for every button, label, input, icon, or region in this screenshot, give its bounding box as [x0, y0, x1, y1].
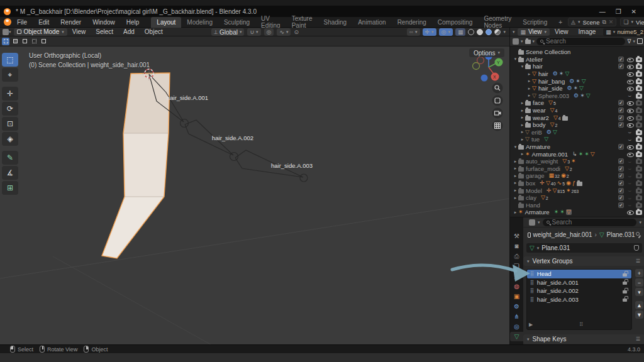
expander-icon[interactable]: ▸: [513, 159, 518, 164]
workspace-tab-animation[interactable]: Animation: [352, 17, 391, 28]
expander-icon[interactable]: ▸: [526, 79, 532, 84]
outliner-row[interactable]: ▸▽hair⚙✶▽: [510, 70, 644, 78]
render-camera-icon[interactable]: [636, 203, 642, 208]
render-camera-icon[interactable]: [636, 145, 642, 150]
minimize-button[interactable]: —: [599, 8, 606, 15]
expander-icon[interactable]: ▸: [519, 151, 525, 156]
render-camera-icon[interactable]: [636, 130, 642, 135]
render-checkbox[interactable]: ✓: [618, 195, 624, 200]
render-camera-icon[interactable]: [636, 86, 642, 91]
falloff-dropdown[interactable]: ∿▾: [277, 28, 291, 36]
render-camera-icon[interactable]: [636, 72, 642, 77]
render-camera-icon[interactable]: [636, 167, 642, 172]
shape-keys-panel-header[interactable]: ▾ Shape Keys ☰: [523, 334, 644, 344]
expander-icon[interactable]: ▾: [519, 64, 525, 69]
breadcrumb-object[interactable]: weight_side_hair.001: [533, 231, 592, 238]
expander-icon[interactable]: ▸: [513, 210, 518, 215]
visibility-eye-closed-icon[interactable]: ⌣: [626, 180, 633, 186]
properties-tab-output[interactable]: ⎙: [510, 251, 523, 261]
shading-wireframe-button[interactable]: [468, 29, 474, 35]
xray-toggle[interactable]: ▦: [455, 28, 466, 36]
move-tool-button[interactable]: ✛: [2, 87, 18, 101]
workspace-tab-geometry-nodes[interactable]: Geometry Nodes: [478, 17, 517, 28]
outliner-display-mode-icon[interactable]: [525, 40, 531, 44]
menu-help[interactable]: Help: [121, 19, 145, 26]
properties-editor-icon[interactable]: [529, 219, 535, 226]
visibility-eye-icon[interactable]: [626, 122, 633, 128]
properties-tab-object[interactable]: ▣: [510, 292, 523, 301]
viewport-3d[interactable]: hair_side.A.001 hair_side.A.002 hair_sid…: [0, 36, 509, 344]
outliner-row[interactable]: ▸body▽2✓: [510, 121, 644, 129]
lock-open-icon[interactable]: [623, 271, 628, 277]
select-box-tool-button[interactable]: ⬚: [2, 53, 18, 67]
proportional-editing-toggle[interactable]: ◎: [264, 28, 274, 36]
lock-open-icon[interactable]: [623, 288, 628, 294]
outliner-row[interactable]: ▾Atelier✓: [510, 56, 644, 63]
workspace-tab-compositing[interactable]: Compositing: [432, 17, 479, 28]
render-camera-icon[interactable]: [636, 101, 642, 106]
image-menu-view[interactable]: View: [550, 28, 574, 35]
render-camera-icon[interactable]: [636, 137, 642, 142]
render-checkbox[interactable]: ✓: [618, 202, 624, 208]
visibility-eye-icon[interactable]: [626, 63, 633, 70]
unlink-scene-icon[interactable]: ✕: [609, 19, 614, 25]
outliner-row[interactable]: ▸wear2▽4✓: [510, 114, 644, 121]
workspace-tab-texture-paint[interactable]: Texture Paint: [286, 17, 318, 28]
render-camera-icon[interactable]: [636, 152, 642, 157]
properties-tab-scene[interactable]: ◬: [510, 272, 523, 281]
render-checkbox[interactable]: ✓: [618, 122, 624, 128]
outliner-row[interactable]: ▸garage▦32◉2✓⌣: [510, 172, 644, 180]
filter-icon[interactable]: ∇: [627, 38, 631, 45]
visibility-eye-closed-icon[interactable]: ⌣: [626, 92, 633, 99]
transform-tool-button[interactable]: ◈: [2, 132, 18, 146]
render-camera-icon[interactable]: [636, 210, 642, 215]
expander-icon[interactable]: ▸: [513, 195, 518, 200]
render-checkbox[interactable]: ✓: [618, 188, 624, 194]
gizmo-toggle[interactable]: ✛▾: [423, 28, 436, 36]
snap-target-icon[interactable]: ⊙: [294, 29, 299, 35]
outliner-row[interactable]: ▸✶Armature.001↳✶✶▽: [510, 150, 644, 158]
zoom-button[interactable]: [492, 83, 503, 94]
select-mode-subtract-button[interactable]: [21, 38, 28, 45]
render-checkbox[interactable]: ✓: [618, 166, 624, 172]
menu-file[interactable]: File: [11, 19, 33, 26]
outliner-row[interactable]: ▸▽tue▽⌣: [510, 136, 644, 143]
outliner-options-icon[interactable]: [637, 38, 643, 44]
vertex-group-row[interactable]: ⣿hair_side.A.001: [527, 278, 631, 287]
visibility-dropdown[interactable]: ◦◦▾: [407, 28, 420, 36]
fake-user-icon[interactable]: [634, 245, 639, 251]
ortho-toggle-button[interactable]: [492, 121, 503, 131]
workspace-tab-scripting[interactable]: Scripting: [517, 17, 553, 28]
expander-icon[interactable]: ▸: [526, 93, 532, 98]
visibility-eye-icon[interactable]: [626, 209, 633, 216]
scale-tool-button[interactable]: ⊡: [2, 117, 18, 131]
shading-solid-button[interactable]: [477, 29, 483, 35]
render-checkbox[interactable]: ✓: [618, 57, 624, 62]
visibility-eye-icon[interactable]: [626, 71, 633, 77]
outliner-row[interactable]: ▸wear▽4✓: [510, 107, 644, 114]
gizmo-z-neg[interactable]: [481, 75, 488, 82]
list-resize-grip[interactable]: ⠿: [579, 322, 583, 327]
render-camera-icon[interactable]: [636, 123, 642, 128]
properties-options-caret[interactable]: ▾: [639, 220, 641, 225]
list-expand-icon[interactable]: ▶: [529, 322, 533, 327]
render-checkbox[interactable]: ✓: [618, 158, 624, 164]
render-checkbox[interactable]: ✓: [618, 63, 624, 69]
cursor-tool-button[interactable]: ⌖: [2, 68, 18, 82]
shading-rendered-button[interactable]: [494, 29, 501, 35]
render-checkbox[interactable]: ✓: [618, 180, 624, 186]
expander-icon[interactable]: ▸: [513, 173, 518, 178]
properties-tab-constraints[interactable]: ⋔: [510, 312, 523, 321]
image-datablock-field[interactable]: ▦▾ nuime5_2: [603, 28, 644, 36]
measure-tool-button[interactable]: ∡: [2, 166, 18, 180]
overlays-toggle[interactable]: ◎▾: [439, 28, 453, 36]
visibility-eye-icon[interactable]: [626, 85, 633, 92]
expander-icon[interactable]: ▾: [513, 57, 518, 62]
render-checkbox[interactable]: ✓: [618, 144, 624, 150]
select-mode-new-button[interactable]: [2, 38, 9, 45]
visibility-eye-closed-icon[interactable]: ⌣: [626, 136, 633, 143]
rotate-tool-button[interactable]: ⟳: [2, 102, 18, 116]
expander-icon[interactable]: ▸: [513, 166, 518, 171]
gizmo-y-neg[interactable]: [473, 63, 480, 70]
mesh-name-field[interactable]: ▽▾ Plane.031: [526, 243, 642, 253]
